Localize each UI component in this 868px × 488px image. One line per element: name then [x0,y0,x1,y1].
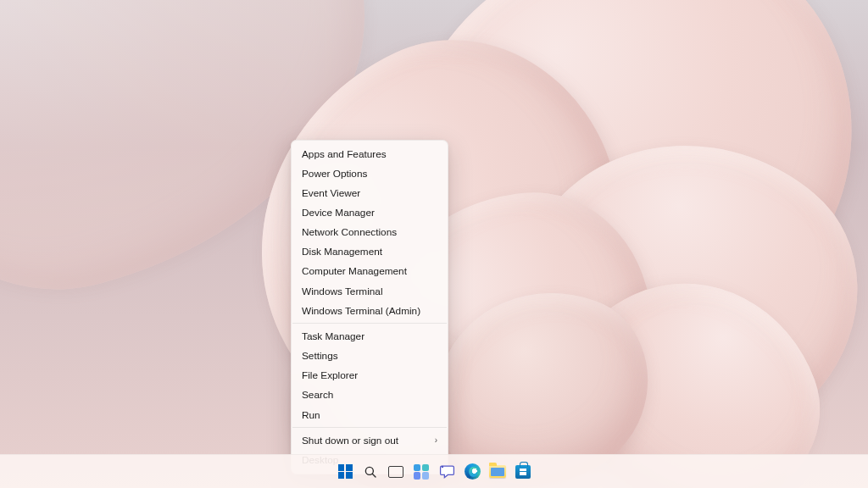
chat-icon [439,463,455,480]
menu-item-label: Event Viewer [302,187,360,199]
windows-logo-icon [338,464,353,479]
chevron-right-icon: › [435,435,437,446]
menu-item-label: Network Connections [302,226,397,238]
menu-item-apps-and-features[interactable]: Apps and Features [292,144,448,164]
menu-separator [292,323,447,324]
menu-separator [292,427,447,428]
menu-item-settings[interactable]: Settings [292,347,448,366]
edge-button[interactable] [462,462,482,482]
menu-item-label: File Explorer [302,369,358,381]
menu-item-windows-terminal[interactable]: Windows Terminal [292,281,448,301]
menu-item-label: Power Options [302,168,367,180]
menu-item-search[interactable]: Search [292,385,448,405]
menu-item-device-manager[interactable]: Device Manager [292,202,448,222]
menu-item-network-connections[interactable]: Network Connections [292,223,448,242]
menu-item-label: Run [302,409,320,421]
menu-item-disk-management[interactable]: Disk Management [292,242,448,262]
search-button[interactable] [360,462,381,482]
menu-item-file-explorer[interactable]: File Explorer [292,366,448,385]
menu-item-label: Computer Management [302,265,407,277]
svg-point-2 [441,466,442,468]
file-explorer-button[interactable] [487,462,508,482]
menu-item-label: Device Manager [302,207,375,219]
search-icon [363,464,378,480]
chat-button[interactable] [437,462,457,482]
taskbar [0,454,868,488]
menu-item-event-viewer[interactable]: Event Viewer [292,183,448,202]
menu-item-power-options[interactable]: Power Options [292,164,448,183]
menu-item-label: Search [302,389,333,401]
menu-item-label: Apps and Features [302,148,387,160]
svg-line-1 [372,474,376,477]
menu-item-label: Windows Terminal [302,286,383,297]
folder-icon [489,465,506,478]
store-icon [515,465,531,479]
menu-item-windows-terminal-admin[interactable]: Windows Terminal (Admin) [292,301,448,320]
menu-item-shutdown-signout[interactable]: Shut down or sign out › [292,430,448,450]
task-view-button[interactable] [386,462,406,482]
menu-item-label: Shut down or sign out [302,435,398,446]
winx-context-menu: Apps and Features Power Options Event Vi… [291,140,448,474]
menu-item-label: Settings [302,350,338,362]
menu-item-label: Task Manager [302,330,364,342]
start-button[interactable] [335,462,355,482]
task-view-icon [388,466,403,478]
menu-item-computer-management[interactable]: Computer Management [292,262,448,281]
menu-item-task-manager[interactable]: Task Manager [292,326,448,346]
store-button[interactable] [513,462,533,482]
menu-item-label: Windows Terminal (Admin) [302,305,420,317]
edge-icon [465,463,481,480]
widgets-icon [414,464,429,480]
widgets-button[interactable] [411,462,431,482]
menu-item-run[interactable]: Run [292,405,448,424]
menu-item-label: Disk Management [302,246,382,258]
